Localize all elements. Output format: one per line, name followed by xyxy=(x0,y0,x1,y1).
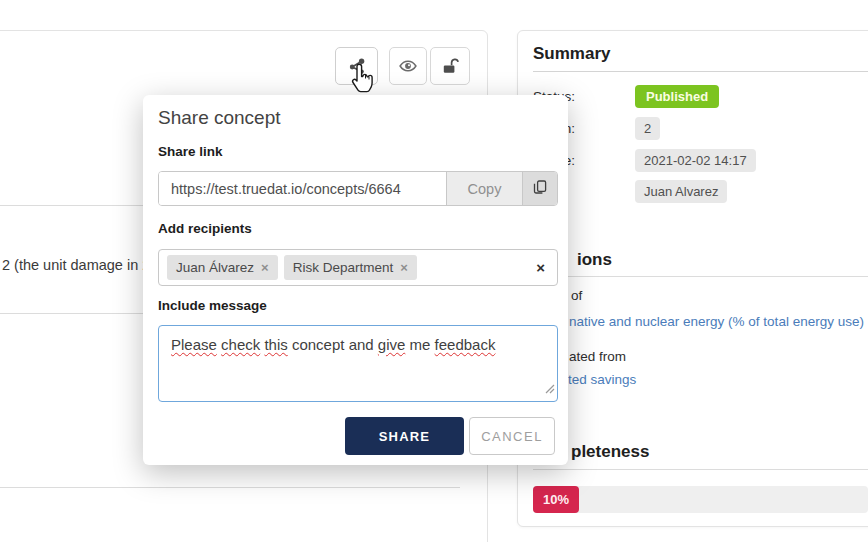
completeness-divider xyxy=(533,469,868,470)
completeness-progress-fill: 10% xyxy=(533,486,579,513)
remove-recipient-icon[interactable]: × xyxy=(400,260,408,275)
cancel-button[interactable]: CANCEL xyxy=(469,417,555,455)
remove-recipient-icon[interactable]: × xyxy=(261,260,269,275)
screen: 2 (the unit damage in 20 Summary Status:… xyxy=(0,0,868,542)
lock-button[interactable] xyxy=(430,47,470,85)
copy-icon xyxy=(532,179,548,198)
relation-group-label: ated from xyxy=(569,349,626,364)
copy-icon-button[interactable] xyxy=(522,172,557,205)
completeness-progress-track: 10% xyxy=(533,486,868,513)
copy-button[interactable]: Copy xyxy=(446,172,522,205)
summary-title: Summary xyxy=(533,44,610,64)
relations-title: ions xyxy=(577,250,612,270)
relation-link[interactable]: native and nuclear energy (% of total en… xyxy=(569,314,864,329)
summary-divider xyxy=(533,71,868,72)
resize-handle-icon[interactable] xyxy=(545,379,555,399)
share-link-group: Copy xyxy=(158,171,558,206)
add-recipients-label: Add recipients xyxy=(158,221,252,236)
relations-divider xyxy=(533,276,868,277)
eye-icon xyxy=(398,56,418,76)
recipient-tag: Juan Álvarez× xyxy=(167,255,278,280)
clear-recipients-icon[interactable]: × xyxy=(536,259,545,277)
summary-row-value: 2021-02-02 14:17 xyxy=(635,149,756,172)
unlock-icon xyxy=(440,56,460,76)
divider xyxy=(0,487,460,488)
concept-text-fragment: 2 (the unit damage in 20 xyxy=(2,257,158,273)
share-link-label: Share link xyxy=(158,144,223,159)
recipients-input[interactable]: Juan Álvarez×Risk Department× × xyxy=(158,249,558,286)
share-concept-modal: Share concept Share link Copy Add recipi… xyxy=(143,95,568,465)
relation-group-label: of xyxy=(571,288,582,303)
modal-actions: SHARE CANCEL xyxy=(345,417,555,455)
completeness-title: pleteness xyxy=(571,442,649,462)
share-icon xyxy=(347,56,367,76)
recipient-tag: Risk Department× xyxy=(284,255,417,280)
message-textarea[interactable]: Please check this concept and give me fe… xyxy=(158,325,558,402)
share-concept-button[interactable] xyxy=(335,47,378,85)
watch-button[interactable] xyxy=(389,47,427,85)
share-link-input[interactable] xyxy=(159,172,446,205)
recipients-tags: Juan Álvarez×Risk Department× xyxy=(167,255,417,280)
include-message-label: Include message xyxy=(158,298,267,313)
relation-link[interactable]: ted savings xyxy=(568,372,636,387)
modal-title: Share concept xyxy=(158,107,281,129)
status-badge: Published xyxy=(635,85,719,108)
share-button[interactable]: SHARE xyxy=(345,417,464,455)
summary-row-value: Juan Alvarez xyxy=(635,180,727,203)
summary-row-value: 2 xyxy=(635,117,660,140)
message-text: Please check this concept and give me fe… xyxy=(171,336,495,353)
